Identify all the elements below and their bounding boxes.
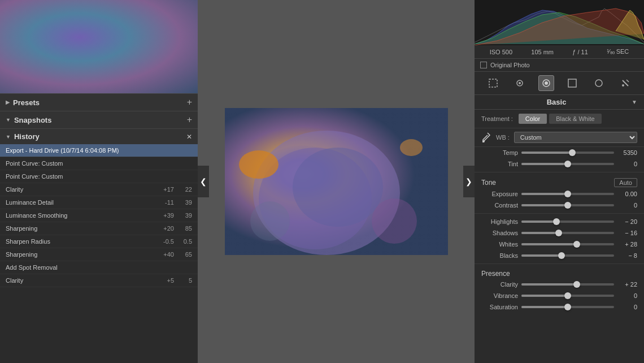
nav-prev-button[interactable]: ❮ xyxy=(198,166,209,197)
history-item[interactable]: Sharpening+2085 xyxy=(0,222,198,235)
wb-eyedropper-icon[interactable] xyxy=(481,132,491,142)
svg-point-3 xyxy=(85,14,164,76)
original-photo-checkbox[interactable] xyxy=(480,62,487,68)
svg-point-12 xyxy=(239,150,279,179)
svg-point-4 xyxy=(17,51,51,85)
vibrance-label: Vibrance xyxy=(481,292,518,299)
saturation-row: Saturation 0 xyxy=(475,301,644,313)
tint-slider[interactable] xyxy=(521,163,614,165)
history-item[interactable]: Add Spot Removal xyxy=(0,261,198,274)
svg-point-25 xyxy=(622,84,624,87)
tone-label: Tone xyxy=(481,179,496,187)
history-item-values: +3939 xyxy=(160,212,192,219)
svg-rect-0 xyxy=(0,0,198,93)
history-item-name: Clarity xyxy=(6,186,160,193)
radial-filter-icon[interactable] xyxy=(591,75,607,91)
tone-auto-button[interactable]: Auto xyxy=(614,178,637,187)
saturation-slider[interactable] xyxy=(521,306,614,308)
clarity-label: Clarity xyxy=(481,281,518,288)
main-center: ❮ ❯ xyxy=(198,0,475,363)
redeye-icon[interactable] xyxy=(538,75,554,91)
history-item[interactable]: Export - Hard Drive (10/7/14 6:04:08 PM) xyxy=(0,144,198,157)
exposure-slider[interactable] xyxy=(521,193,614,195)
graduated-filter-icon[interactable] xyxy=(564,75,580,91)
presets-collapse-icon: ▶ xyxy=(6,100,10,105)
svg-rect-17 xyxy=(489,79,497,87)
history-item-name: Add Spot Removal xyxy=(6,264,192,271)
svg-point-2 xyxy=(34,25,102,88)
history-item[interactable]: Clarity+1722 xyxy=(0,183,198,196)
history-item-values: -0.50.5 xyxy=(160,238,192,245)
original-photo-row: Original Photo xyxy=(475,59,644,72)
vibrance-slider[interactable] xyxy=(521,295,614,297)
contrast-label: Contrast xyxy=(481,202,518,209)
camera-info: ISO 500 105 mm ƒ / 11 ¹⁄₈₀ SEC xyxy=(475,45,644,59)
history-item[interactable]: Luminance Detail-1139 xyxy=(0,196,198,209)
presets-add-button[interactable]: + xyxy=(187,97,192,107)
history-item[interactable]: Sharpening+4065 xyxy=(0,248,198,261)
wb-row: WB : Custom As Shot Auto Daylight Cloudy… xyxy=(475,128,644,147)
spot-removal-icon[interactable] xyxy=(512,75,528,91)
highlights-slider[interactable] xyxy=(521,221,614,223)
shadows-label: Shadows xyxy=(481,230,518,236)
highlights-row: Highlights − 20 xyxy=(475,216,644,227)
whites-value: + 28 xyxy=(617,241,637,248)
history-header: ▼ History ✕ xyxy=(0,128,198,144)
clarity-slider[interactable] xyxy=(521,283,614,286)
temp-row: Temp 5350 xyxy=(475,147,644,158)
nav-next-button[interactable]: ❯ xyxy=(463,166,475,197)
whites-label: Whites xyxy=(481,241,518,248)
blacks-slider[interactable] xyxy=(521,254,614,257)
exposure-label: Exposure xyxy=(481,191,518,197)
saturation-value: 0 xyxy=(617,304,637,310)
highlights-value: − 20 xyxy=(617,218,637,225)
iso-value: ISO 500 xyxy=(490,49,512,55)
contrast-row: Contrast 0 xyxy=(475,200,644,211)
history-item-name: Sharpen Radius xyxy=(6,238,160,245)
presence-label: Presence xyxy=(481,270,510,278)
svg-point-15 xyxy=(250,201,290,241)
shadows-slider[interactable] xyxy=(521,232,614,234)
contrast-slider[interactable] xyxy=(521,204,614,206)
aperture-value: ƒ / 11 xyxy=(572,49,588,55)
main-photo xyxy=(225,108,448,255)
snapshots-section[interactable]: ▼ Snapshots + xyxy=(0,111,198,128)
temp-slider[interactable] xyxy=(521,152,614,154)
history-item-name: Point Curve: Custom xyxy=(6,173,192,180)
shutter-value: ¹⁄₈₀ SEC xyxy=(607,48,629,55)
history-item[interactable]: Point Curve: Custom xyxy=(0,157,198,170)
history-item-values: +2085 xyxy=(160,225,192,232)
history-close-button[interactable]: ✕ xyxy=(186,133,192,141)
contrast-value: 0 xyxy=(617,202,637,209)
presence-section-label: Presence xyxy=(475,266,644,279)
panel-title: Basic xyxy=(481,98,632,106)
svg-point-1 xyxy=(45,11,147,90)
blacks-row: Blacks − 8 xyxy=(475,250,644,261)
history-item[interactable]: Clarity+55 xyxy=(0,274,198,287)
presets-section[interactable]: ▶ Presets + xyxy=(0,93,198,111)
panel-collapse-icon[interactable]: ▼ xyxy=(632,99,637,105)
shadows-row: Shadows − 16 xyxy=(475,227,644,239)
history-item[interactable]: Point Curve: Custom xyxy=(0,170,198,183)
history-item-name: Sharpening xyxy=(6,225,160,232)
history-label: History xyxy=(14,132,40,141)
temp-label: Temp xyxy=(481,149,518,156)
whites-row: Whites + 28 xyxy=(475,239,644,250)
tool-icons-row xyxy=(475,72,644,95)
snapshots-add-button[interactable]: + xyxy=(187,115,192,125)
history-list: Export - Hard Drive (10/7/14 6:04:08 PM)… xyxy=(0,144,198,363)
crop-tool-icon[interactable] xyxy=(485,75,501,91)
history-section: ▼ History ✕ Export - Hard Drive (10/7/14… xyxy=(0,128,198,363)
adjustment-brush-icon[interactable] xyxy=(617,75,633,91)
svg-point-6 xyxy=(68,28,124,74)
history-item[interactable]: Luminance Smoothing+3939 xyxy=(0,209,198,222)
history-item[interactable]: Sharpen Radius-0.50.5 xyxy=(0,235,198,248)
wb-select[interactable]: Custom As Shot Auto Daylight Cloudy Shad… xyxy=(514,132,637,143)
whites-slider[interactable] xyxy=(521,243,614,245)
right-panel: ISO 500 105 mm ƒ / 11 ¹⁄₈₀ SEC Original … xyxy=(475,0,644,363)
treatment-bw-button[interactable]: Black & White xyxy=(549,114,601,124)
treatment-color-button[interactable]: Color xyxy=(519,114,547,124)
histogram-area xyxy=(475,0,644,45)
saturation-label: Saturation xyxy=(481,304,518,310)
clarity-value: + 22 xyxy=(617,281,637,288)
